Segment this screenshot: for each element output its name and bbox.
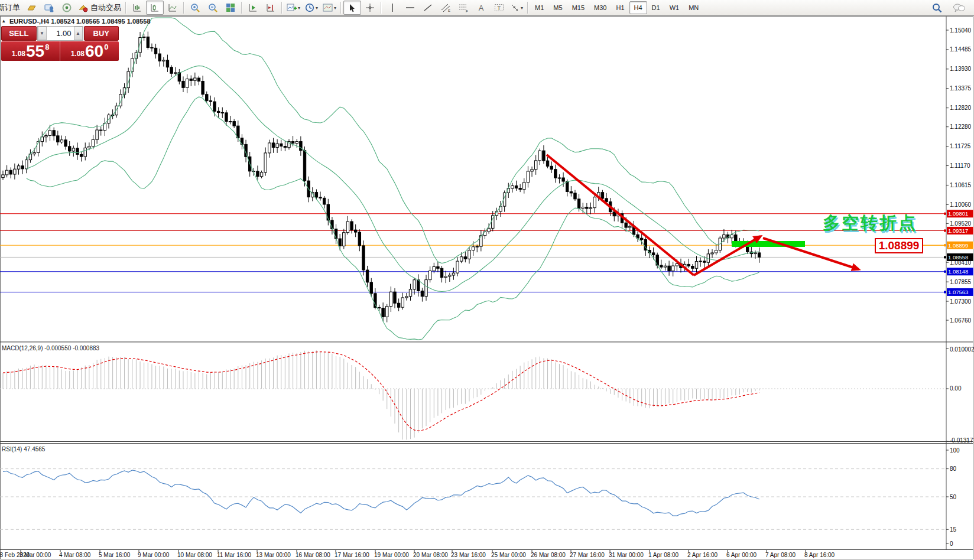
trend-arrow-segment[interactable]: [694, 236, 761, 275]
candle-body: [664, 266, 666, 267]
candle-body: [527, 171, 529, 183]
candle-body: [534, 161, 537, 170]
candle-body: [197, 78, 200, 82]
candle-body: [703, 261, 706, 262]
time-axis-label: 20 Mar 08:00: [413, 552, 448, 558]
price-tick-label: 1.09520: [950, 220, 972, 227]
volume-increase-button[interactable]: ▲: [74, 27, 83, 40]
sell-price-display[interactable]: 1.08 55 8: [1, 41, 60, 61]
rsi-axis-label: 100: [950, 447, 960, 454]
time-axis-label: 19 Mar 00:00: [374, 552, 409, 558]
sell-price-sup: 8: [45, 43, 49, 51]
candle-body: [672, 266, 674, 271]
price-tick-label: 1.13375: [950, 85, 972, 92]
price-tick-label: 1.12280: [950, 123, 972, 130]
volume-decrease-button[interactable]: ▼: [38, 27, 47, 40]
candle-body: [163, 60, 165, 61]
price-tick-label: 1.13930: [950, 66, 972, 72]
candle-body: [601, 193, 603, 198]
candle-body: [652, 253, 654, 255]
candle-body: [296, 142, 298, 144]
time-axis-label: 25 Mar 00:00: [491, 552, 526, 558]
candle-body: [69, 146, 71, 151]
candle-body: [190, 79, 192, 81]
candle-body: [280, 144, 283, 146]
rsi-line: [3, 470, 759, 516]
candle-body: [300, 142, 302, 151]
chart-canvas[interactable]: 1.150401.144851.139301.133751.128201.122…: [0, 0, 974, 560]
candle-body: [460, 257, 463, 261]
candle-body: [715, 250, 717, 253]
time-axis-label: 7 Apr 08:00: [765, 552, 796, 558]
candle-body: [558, 178, 560, 178]
candle-body: [53, 131, 55, 136]
candle-body: [72, 148, 74, 151]
time-axis-label: 10 Mar 08:00: [177, 552, 212, 558]
price-tick-label: 1.07300: [950, 298, 972, 305]
candle-body: [17, 166, 20, 169]
candle-body: [640, 238, 642, 239]
candle-body: [538, 151, 541, 161]
candle-body: [531, 170, 533, 171]
chart-symbol-label: EURUSD-,H4: [9, 18, 49, 25]
candle-body: [449, 275, 451, 276]
time-axis-label: 2 Apr 16:00: [687, 552, 718, 558]
time-axis-label: 31 Mar 00:00: [609, 552, 644, 558]
price-tag-box[interactable]: 1.08899: [875, 238, 923, 253]
buy-price-display[interactable]: 1.08 60 0: [60, 41, 119, 61]
candle-body: [257, 171, 259, 177]
candle-body: [428, 271, 431, 280]
turning-point-annotation[interactable]: 多空转折点: [823, 211, 917, 235]
time-axis-label: 6 Apr 00:00: [726, 552, 757, 558]
candle-body: [613, 212, 615, 216]
candle-body: [84, 148, 86, 157]
time-axis-label: 3 Mar 00:00: [20, 552, 51, 558]
candle-body: [186, 79, 188, 88]
candle-body: [362, 246, 365, 270]
candle-body: [21, 166, 24, 169]
candle-body: [315, 193, 317, 197]
time-axis-label: 17 Mar 16:00: [335, 552, 369, 558]
candle-body: [554, 170, 557, 178]
candle-body: [350, 222, 353, 230]
trend-arrow-segment[interactable]: [763, 238, 859, 269]
candle-body: [452, 273, 454, 275]
candle-body: [358, 232, 361, 246]
candle-body: [335, 229, 337, 239]
one-click-collapse-arrow[interactable]: ▴: [2, 18, 5, 24]
price-line-label-marker: [944, 244, 946, 246]
candle-body: [699, 261, 702, 262]
candle-body: [711, 253, 713, 254]
candle-body: [723, 235, 725, 238]
candle-body: [202, 82, 204, 95]
candle-body: [550, 166, 553, 169]
candle-body: [60, 140, 63, 142]
candle-body: [409, 289, 411, 297]
candle-body: [154, 48, 157, 54]
candle-body: [589, 208, 592, 209]
volume-input[interactable]: [47, 27, 74, 40]
candle-body: [96, 130, 98, 139]
candle-body: [48, 131, 51, 136]
candle-body: [754, 253, 757, 254]
price-line-label: 1.08558: [948, 254, 968, 261]
candle-body: [456, 261, 459, 273]
sell-price-base: 1.08: [12, 50, 25, 58]
price-line-label-marker: [944, 256, 946, 258]
candle-body: [213, 102, 216, 111]
buy-price-big: 60: [85, 43, 103, 60]
sell-price-big: 55: [26, 43, 44, 60]
price-line-label: 1.09801: [948, 210, 968, 217]
candle-body: [206, 95, 208, 101]
candle-body: [25, 160, 28, 169]
buy-price-sup: 0: [104, 43, 108, 51]
one-click-trading-panel: SELL ▼ ▲ BUY 1.08 55 8 1.08 60 0: [1, 26, 119, 61]
candle-body: [523, 183, 525, 190]
candle-body: [323, 198, 325, 204]
candle-body: [676, 263, 678, 266]
price-line-label-marker: [944, 229, 946, 232]
sell-button[interactable]: SELL: [1, 26, 37, 41]
price-tick-label: 1.12820: [950, 105, 972, 111]
price-tick-label: 1.14485: [950, 46, 972, 53]
buy-button[interactable]: BUY: [84, 26, 119, 41]
